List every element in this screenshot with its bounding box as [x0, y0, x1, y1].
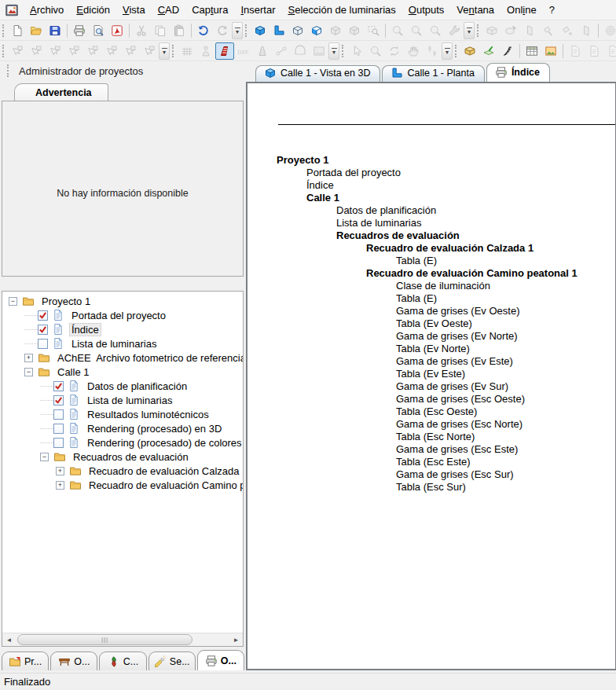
walk-through-button[interactable] — [423, 42, 442, 60]
tab-advertencia[interactable]: Advertencia — [14, 83, 108, 101]
menu-edicion[interactable]: Edición — [70, 1, 116, 20]
view-plan-button[interactable] — [270, 22, 288, 39]
toolbar-grip[interactable] — [172, 45, 174, 57]
insert-helix-button[interactable] — [601, 22, 616, 39]
tree-item-recuadro-de-evaluacion-calzada-1[interactable]: +Recuadro de evaluación Calzada 1 — [2, 464, 243, 478]
view-solid-button[interactable] — [307, 22, 326, 39]
tree-item-recuadro-de-evaluacion-camino-peatonal-1[interactable]: +Recuadro de evaluación Camino peatonal … — [2, 478, 243, 492]
collapse-minus-icon[interactable]: − — [9, 297, 17, 306]
tree-item-indice[interactable]: Índice — [2, 322, 243, 336]
toolbar-grip[interactable] — [2, 24, 5, 37]
insert-room-button[interactable] — [482, 22, 501, 39]
view-side-button[interactable] — [326, 22, 345, 39]
redo-button[interactable] — [213, 22, 232, 39]
toolbar-grip[interactable] — [342, 45, 344, 57]
insert-furniture-button[interactable] — [460, 42, 479, 60]
edit-street-button[interactable] — [215, 42, 234, 60]
toolbar-grip[interactable] — [477, 24, 479, 37]
tree-item-datos-de-planificacion[interactable]: Datos de planificación — [2, 379, 243, 393]
output-page-2-button[interactable] — [585, 42, 603, 60]
tab-seleccion-luminarias[interactable]: Se... — [148, 651, 196, 670]
insert-image-button[interactable] — [310, 42, 328, 60]
standard-toolbar-overflow-button[interactable]: ▾ — [232, 22, 243, 39]
tree-checkbox[interactable] — [53, 381, 64, 391]
menu-seleccion-de-luminarias[interactable]: Selección de luminarias — [282, 1, 402, 20]
select-object-button[interactable] — [8, 42, 27, 60]
menu-outputs[interactable]: Outputs — [402, 1, 451, 20]
scroll-right-arrow-icon[interactable]: ► — [229, 633, 243, 647]
tree-item-portada-del-proyecto[interactable]: Portada del proyecto — [2, 308, 243, 322]
doc-tab-indice[interactable]: Índice — [486, 63, 550, 82]
tree-item-lista-de-luminarias[interactable]: Lista de luminarias — [2, 393, 243, 407]
output-page-3-button[interactable] — [603, 42, 616, 60]
export-room-button[interactable] — [501, 22, 520, 39]
panel-grip[interactable] — [7, 64, 9, 77]
view-options-button[interactable] — [445, 22, 464, 39]
toolbar-grip[interactable] — [2, 45, 5, 57]
tree-item-proyecto-1[interactable]: −Proyecto 1 — [2, 294, 243, 308]
menu-captura[interactable]: Captura — [185, 1, 234, 20]
scroll-left-arrow-icon[interactable]: ◄ — [2, 633, 16, 647]
expand-plus-icon[interactable]: + — [24, 354, 33, 362]
tree-checkbox[interactable] — [53, 409, 64, 420]
pointer-tool-button[interactable] — [347, 42, 366, 60]
select-lamp-button[interactable] — [46, 42, 64, 60]
pan-view-button[interactable] — [404, 42, 423, 60]
insert-person-button[interactable] — [196, 42, 215, 60]
new-street-button[interactable] — [498, 42, 517, 60]
import-dxf-button[interactable]: DXF — [234, 42, 253, 60]
select-window-button[interactable] — [102, 42, 121, 60]
document-view[interactable]: Proyecto 1Portada del proyectoÍndiceCall… — [246, 82, 616, 670]
save-button[interactable] — [46, 22, 64, 39]
tree-horizontal-scrollbar[interactable]: ◄ ||| ► — [2, 633, 243, 646]
select-toolbar-overflow-button[interactable]: ▾ — [159, 42, 170, 60]
export-pdf-button[interactable] — [108, 22, 126, 39]
collapse-minus-icon[interactable]: − — [40, 453, 49, 461]
select-room-button[interactable] — [83, 42, 102, 60]
doc-tab-calle-1-vista-en-3d[interactable]: Calle 1 - Vista en 3D — [255, 65, 380, 82]
zoom-next-button[interactable] — [407, 22, 426, 39]
select-scene-button[interactable] — [121, 42, 140, 60]
insert-surface-button[interactable] — [577, 22, 596, 39]
copy-button[interactable] — [151, 22, 170, 39]
tree-checkbox[interactable] — [38, 339, 48, 349]
menu-online[interactable]: Online — [500, 1, 543, 20]
tree-item-calle-1[interactable]: −Calle 1 — [2, 365, 243, 379]
street-bridge-button[interactable] — [291, 42, 310, 60]
tree-checkbox[interactable] — [38, 325, 48, 335]
output-table-button[interactable] — [522, 42, 541, 60]
navigate-toolbar-overflow-button[interactable]: ▾ — [442, 42, 453, 60]
zoom-previous-button[interactable] — [388, 22, 407, 39]
view-toolbar-overflow-button[interactable]: ▾ — [464, 22, 475, 39]
street-profile-button[interactable] — [253, 42, 272, 60]
cad-toolbar-overflow-button[interactable]: ▾ — [328, 42, 339, 60]
tab-colores[interactable]: C... — [99, 651, 146, 670]
view-wireframe-button[interactable] — [288, 22, 307, 39]
tree-checkbox[interactable] — [38, 310, 48, 321]
zoom-history-button[interactable] — [426, 22, 445, 39]
scrollbar-track[interactable]: ||| — [16, 633, 229, 647]
tree-checkbox[interactable] — [53, 395, 64, 406]
luminaire-effects-button[interactable] — [558, 22, 577, 39]
expand-plus-icon[interactable]: + — [56, 481, 64, 490]
toolbar-grip[interactable] — [245, 24, 248, 37]
select-furniture-button[interactable] — [64, 42, 83, 60]
tab-outputs[interactable]: O... — [197, 650, 244, 670]
expand-plus-icon[interactable]: + — [56, 467, 64, 475]
view-3d-button[interactable] — [251, 22, 270, 39]
menu-ventana[interactable]: Ventana — [450, 1, 500, 20]
cut-button[interactable] — [132, 22, 151, 39]
undo-button[interactable] — [194, 22, 213, 39]
tree-item-resultados-luminotecnicos[interactable]: Resultados luminotécnicos — [2, 407, 243, 421]
view-front-button[interactable] — [345, 22, 364, 39]
tab-objetos[interactable]: O... — [50, 651, 97, 670]
print-button[interactable] — [70, 22, 89, 39]
tree-checkbox[interactable] — [53, 424, 64, 434]
select-luminaire-button[interactable] — [27, 42, 46, 60]
zoom-region-button[interactable] — [364, 22, 383, 39]
rotate-view-button[interactable] — [385, 42, 404, 60]
menu-insertar[interactable]: Insertar — [234, 1, 281, 20]
toolbar-grip[interactable] — [455, 45, 457, 57]
tree-item-recuadros-de-evaluacion[interactable]: −Recuadros de evaluación — [2, 450, 243, 464]
tree-item-lista-de-luminarias[interactable]: Lista de luminarias — [2, 336, 243, 351]
